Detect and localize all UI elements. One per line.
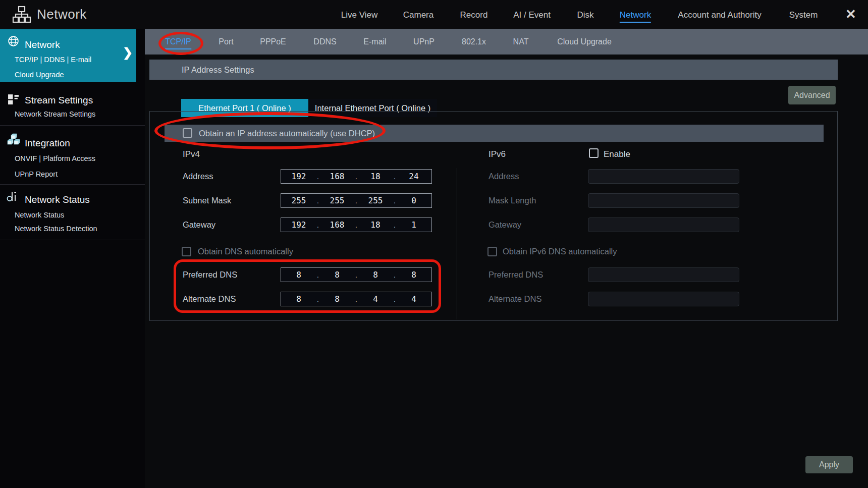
ipv4-address-field[interactable]: 192.168.18.24 <box>281 169 432 184</box>
tab-8021x[interactable]: 802.1x <box>462 37 486 46</box>
dhcp-checkbox[interactable] <box>183 128 192 138</box>
nav-network[interactable]: Network <box>620 10 651 23</box>
nav-live-view[interactable]: Live View <box>341 10 377 20</box>
sidebar-network-status-link[interactable]: Network Status <box>15 211 64 219</box>
ipv6-address-field <box>588 169 739 184</box>
nvr-network-settings-screen: Network Live View Camera Record AI / Eve… <box>0 0 868 488</box>
dhcp-row: Obtain an IP address automatically (use … <box>165 125 824 142</box>
dhcp-label: Obtain an IP address automatically (use … <box>199 125 375 142</box>
sidebar-upnp-report[interactable]: UPnP Report <box>15 170 58 178</box>
column-divider <box>457 168 457 319</box>
integration-cubes-icon <box>7 133 20 147</box>
obtain-ipv6-dns-auto-label: Obtain IPv6 DNS automatically <box>503 247 617 256</box>
ipv4-subnet-label: Subnet Mask <box>183 193 231 208</box>
tab-pppoe[interactable]: PPPoE <box>260 37 286 46</box>
sidebar-item-network-status[interactable]: Network Status <box>25 194 90 205</box>
sidebar-item-stream-settings[interactable]: Stream Settings <box>25 95 93 106</box>
advanced-button[interactable]: Advanced <box>788 86 836 104</box>
nav-disk[interactable]: Disk <box>577 10 593 20</box>
tab-tcpip[interactable]: TCP/IP <box>165 37 191 49</box>
ipv6-enable-checkbox[interactable] <box>589 148 599 158</box>
ipv4-alternate-dns-field[interactable]: 8.8.4.4 <box>281 292 432 306</box>
top-bar: Network Live View Camera Record AI / Eve… <box>0 0 868 29</box>
ipv4-gateway-field[interactable]: 192.168.18.1 <box>281 218 432 232</box>
tab-ddns[interactable]: DDNS <box>313 37 336 46</box>
nav-ai-event[interactable]: AI / Event <box>513 10 551 20</box>
ipv6-preferred-dns-field <box>588 267 739 282</box>
sidebar-network-cloud-upgrade[interactable]: Cloud Upgrade <box>15 71 64 79</box>
nav-account-authority[interactable]: Account and Authority <box>678 10 761 20</box>
sidebar-divider <box>0 184 145 185</box>
ipv6-section-label: IPv6 <box>489 149 506 159</box>
sidebar-divider <box>0 240 145 240</box>
sidebar-item-integration[interactable]: Integration <box>25 138 70 149</box>
apply-button[interactable]: Apply <box>805 456 853 473</box>
tab-email[interactable]: E-mail <box>363 37 386 46</box>
sidebar-network-links[interactable]: TCP/IP | DDNS | E-mail <box>15 56 91 64</box>
globe-icon <box>8 35 19 49</box>
sidebar-item-network[interactable]: Network TCP/IP | DDNS | E-mail Cloud Upg… <box>0 29 136 82</box>
ipv4-gateway-label: Gateway <box>183 218 215 232</box>
nav-camera[interactable]: Camera <box>403 10 433 20</box>
sidebar-network-title[interactable]: Network <box>25 39 60 50</box>
ipv6-enable-label: Enable <box>604 149 630 159</box>
ipv4-section-label: IPv4 <box>183 149 200 159</box>
obtain-dns-auto-label: Obtain DNS automatically <box>198 247 293 256</box>
ipv6-preferred-dns-label: Preferred DNS <box>489 267 543 282</box>
ipv6-alternate-dns-label: Alternate DNS <box>489 292 541 306</box>
chevron-right-icon: ❯ <box>123 45 133 60</box>
ipv6-mask-length-label: Mask Length <box>489 193 536 208</box>
tab-nat[interactable]: NAT <box>513 37 529 46</box>
stream-settings-icon <box>8 93 19 107</box>
sidebar-network-status-detection[interactable]: Network Status Detection <box>15 225 97 233</box>
nav-system[interactable]: System <box>789 10 818 20</box>
network-status-stats-icon <box>6 190 19 205</box>
ipv6-alternate-dns-field <box>588 292 739 306</box>
close-icon[interactable]: ✕ <box>845 7 856 22</box>
tab-cloud-upgrade[interactable]: Cloud Upgrade <box>557 37 612 46</box>
ipv4-preferred-dns-label: Preferred DNS <box>183 267 237 282</box>
ipv6-address-label: Address <box>489 169 519 184</box>
ipv6-gateway-label: Gateway <box>489 218 521 232</box>
ipv6-gateway-field <box>588 218 739 232</box>
section-title: IP Address Settings <box>182 60 254 80</box>
tab-port[interactable]: Port <box>219 37 233 46</box>
sidebar: Network TCP/IP | DDNS | E-mail Cloud Upg… <box>0 29 145 488</box>
nav-record[interactable]: Record <box>460 10 488 20</box>
obtain-ipv6-dns-auto-checkbox <box>487 247 497 256</box>
sidebar-network-stream-settings[interactable]: Network Stream Settings <box>15 110 95 118</box>
ipv4-subnet-field[interactable]: 255.255.255.0 <box>281 193 432 208</box>
ipv6-mask-length-field <box>588 193 739 208</box>
ipv4-alternate-dns-label: Alternate DNS <box>183 292 236 306</box>
ipv4-address-label: Address <box>183 169 213 184</box>
ip-address-settings-header: IP Address Settings <box>149 60 838 80</box>
settings-panel <box>149 111 838 321</box>
sidebar-divider <box>0 125 145 126</box>
sidebar-onvif-platform-access[interactable]: ONVIF | Platform Access <box>15 154 95 162</box>
tab-upnp[interactable]: UPnP <box>413 37 435 46</box>
ipv4-preferred-dns-field[interactable]: 8.8.8.8 <box>281 267 432 282</box>
tcpip-tab-bar: TCP/IP Port PPPoE DDNS E-mail UPnP 802.1… <box>145 29 868 55</box>
network-hierarchy-logo-icon <box>12 6 31 26</box>
page-title: Network <box>37 7 87 22</box>
obtain-dns-auto-checkbox <box>182 247 191 256</box>
